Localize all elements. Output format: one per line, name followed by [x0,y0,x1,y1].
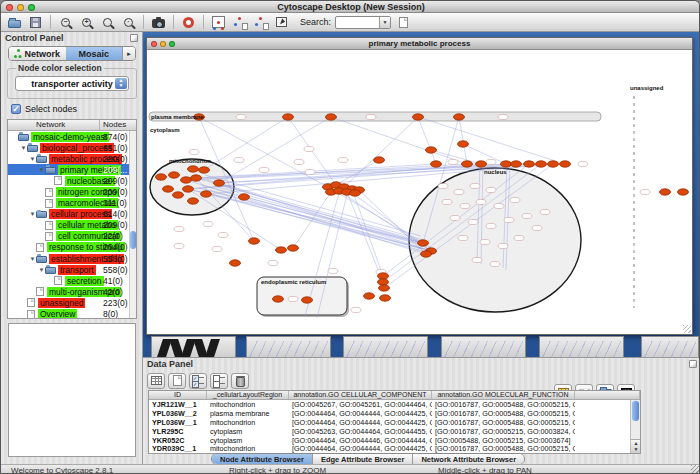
tree-row[interactable]: ▼primary metabo209(... [8,164,136,175]
tree-row[interactable]: ▼cellular process614(0) [8,209,136,220]
table-row[interactable]: YLR295Ccytoplasm[GO:0045263, GO:0044464,… [149,427,640,436]
attribute-table[interactable]: ID_cellularLayoutRegionannotation.GO CEL… [148,390,641,454]
tree-column-network[interactable]: Network [8,120,100,130]
copy-network-icon[interactable] [252,14,269,30]
table-column-header[interactable]: _cellularLayoutRegion [207,391,289,399]
tree-row[interactable]: cellular metabo209(0) [8,220,136,231]
tab-mosaic[interactable]: Mosaic [66,47,123,60]
tree-row-count: 651(0) [103,143,128,153]
table-scrollbar[interactable]: ▲▼ [630,400,640,453]
file-icon [36,287,44,296]
node-color-dropdown[interactable]: transporter activity ▲▼ [15,76,129,91]
network-tab-icon [14,49,21,58]
toolbar-separator [173,15,174,29]
tree-row[interactable]: macromolecule311(0) [8,198,136,209]
tree-column-nodes[interactable]: Nodes [100,120,136,130]
table-scrollbar-arrows[interactable]: ▲▼ [631,439,641,453]
table-row[interactable]: YPL036W__2plasma membrane[GO:0044464, GO… [149,409,640,418]
tab-overflow-icon[interactable]: ► [122,47,135,60]
tree-row[interactable]: ▼biological_process651(0) [8,142,136,153]
network-view-window[interactable]: primary metabolic process plasma membran… [146,37,693,335]
float-panel-icon[interactable] [689,360,697,368]
new-attribute-icon[interactable] [168,373,186,389]
tree-row[interactable]: ▼transport558(0) [8,264,136,275]
toolbar-separator [143,15,144,29]
table-row[interactable]: YKR052Ccytoplasm[GO:0044464, GO:0044446,… [149,436,640,445]
tree-row[interactable]: ▼establishment of lo558(0) [8,253,136,264]
zoom-out-icon[interactable]: − [57,14,74,30]
table-row[interactable]: YJR121W__1mitochondrion[GO:0045267, GO:0… [149,400,640,409]
attribute-table-header[interactable]: ID_cellularLayoutRegionannotation.GO CEL… [149,391,640,400]
zoom-in-icon[interactable]: + [78,14,95,30]
tree-scrollbar-thumb[interactable] [130,231,136,249]
tab-edge-attribute-browser[interactable]: Edge Attribute Browser [313,454,413,464]
table-scrollbar-thumb[interactable] [632,401,639,421]
tree-row-label: transport [58,265,96,275]
tree-expand-icon[interactable]: ▼ [29,256,36,262]
tree-expand-icon[interactable]: ▼ [38,167,45,173]
tree-scrollbar[interactable] [129,131,136,318]
tree-expand-icon[interactable]: ▼ [29,211,36,217]
tab-network-attribute-browser[interactable]: Network Attribute Browser [413,454,524,464]
delete-attribute-icon[interactable] [231,373,249,389]
tree-row[interactable]: multi-organism pro42(0) [8,286,136,297]
background-window-fragment[interactable] [441,336,526,357]
tree-expand-icon[interactable]: ▼ [38,267,45,273]
background-window-fragment[interactable] [343,336,428,357]
tree-row[interactable]: secretion41(0) [8,275,136,286]
open-icon[interactable] [6,14,23,30]
tree-row[interactable]: ▼metabolic process280(0) [8,153,136,164]
select-attributes-icon[interactable] [189,373,207,389]
tree-row-count: 264(0) [103,242,128,252]
background-window-fragment[interactable] [151,336,236,357]
table-column-header[interactable]: annotation.GO MOLECULAR_FUNCTION [432,391,575,399]
background-window-fragment[interactable] [641,336,699,357]
save-icon[interactable] [27,14,44,30]
unselect-attributes-icon[interactable] [210,373,228,389]
first-neighbors-icon[interactable] [231,14,248,30]
tree-row[interactable]: response to stimulu264(0) [8,242,136,253]
file-icon [54,276,62,285]
background-window-fragment[interactable] [539,336,624,357]
tree-row[interactable]: mosaic-demo-yeast874(0) [8,131,136,142]
table-column-header[interactable]: ID [149,391,207,399]
annotation-icon[interactable] [273,14,290,30]
window-resize-grip[interactable] [691,465,700,474]
zoom-fit-icon[interactable]: · [120,14,137,30]
svg-text:endoplasmic reticulum: endoplasmic reticulum [261,279,326,285]
tree-row[interactable]: nucleobase-209(0) [8,175,136,186]
snapshot-icon[interactable] [150,14,167,30]
search-config-icon[interactable] [395,14,412,30]
toolbar-separator [50,15,51,29]
network-frame-icon[interactable] [210,14,227,30]
zoom-selected-icon[interactable] [99,14,116,30]
window-titlebar[interactable]: Cytoscape Desktop (New Session) [1,1,700,13]
tab-node-attribute-browser[interactable]: Node Attribute Browser [212,454,313,464]
attribute-select-icon[interactable] [147,373,165,389]
network-tree-header[interactable]: Network Nodes [8,120,136,131]
tree-row[interactable]: unassigned223(0) [8,297,136,308]
table-row[interactable]: YPL036W__1mitochondrion[GO:0044464, GO:0… [149,418,640,427]
tree-row[interactable]: cell communicat22(0) [8,231,136,242]
search-input[interactable]: ▼ [335,16,391,29]
birdseye-view[interactable] [8,323,136,457]
table-row[interactable]: YDR039C__1mitochondrion[GO:0044464, GO:0… [149,444,640,453]
table-column-header[interactable]: annotation.GO CELLULAR_COMPONENT [289,391,432,399]
help-icon[interactable] [180,14,197,30]
network-window-title: primary metabolic process [147,39,692,48]
network-resize-grip[interactable] [683,325,691,333]
tree-row[interactable]: Overview8(0) [8,309,136,320]
network-canvas[interactable]: plasma membranecytoplasmmitochondrionnuc… [147,50,692,334]
tree-row[interactable]: nitrogen compo209(0) [8,186,136,197]
tab-network[interactable]: Network [9,47,66,60]
tree-row-count: 8(0) [103,309,118,319]
tree-expand-icon[interactable]: ▼ [29,156,36,162]
network-window-titlebar[interactable]: primary metabolic process [147,38,692,50]
table-cell: [GO:0016787, GO:0005488, GO:0005215, G..… [432,409,575,418]
background-window-fragment[interactable] [246,336,331,357]
select-nodes-checkbox[interactable]: ✓ [11,104,21,114]
search-dropdown-icon[interactable]: ▼ [379,17,390,28]
tree-expand-icon[interactable]: ▼ [20,145,27,151]
float-panel-icon[interactable] [130,34,138,42]
file-icon [54,176,62,185]
